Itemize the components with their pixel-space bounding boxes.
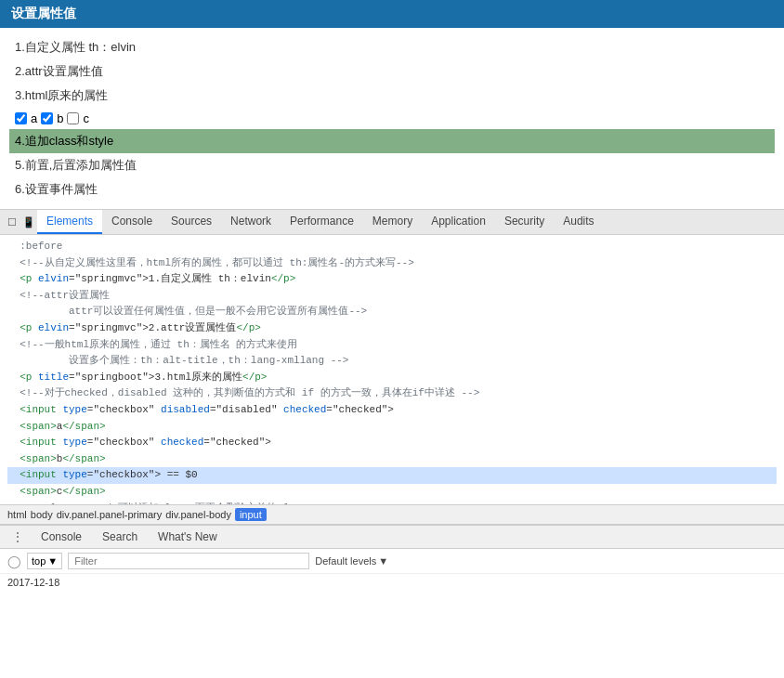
breadcrumb-panel[interactable]: div.panel.panel-primary (57, 509, 163, 520)
default-levels-select[interactable]: Default levels ▼ (315, 555, 388, 567)
console-output-text: 2017-12-18 (7, 577, 59, 588)
breadcrumb-active[interactable]: input (235, 508, 267, 521)
tab-sources[interactable]: Sources (162, 210, 221, 234)
code-view[interactable]: :before <!--从自定义属性这里看，html所有的属性，都可以通过 th… (0, 235, 784, 504)
breadcrumb: html body div.panel.panel-primary div.pa… (0, 504, 784, 525)
tab-security[interactable]: Security (495, 210, 554, 234)
page-header: 设置属性值 (0, 0, 784, 28)
breadcrumb-body[interactable]: body (31, 509, 53, 520)
code-line-highlighted: <input type="checkbox"> == $0 (7, 467, 777, 484)
tab-memory[interactable]: Memory (363, 210, 422, 234)
code-line: attr可以设置任何属性值，但是一般不会用它设置所有属性值--> (7, 304, 777, 320)
top-label: top (32, 555, 46, 567)
content-item-2: 2.attr设置属性值 (15, 59, 769, 84)
top-select[interactable]: top ▼ (27, 553, 62, 569)
checkbox-b-label: b (57, 111, 63, 125)
checkbox-c-label: c (83, 111, 89, 125)
breadcrumb-html[interactable]: html (7, 509, 27, 520)
code-line: <!--从自定义属性这里看，html所有的属性，都可以通过 th:属性名-的方式… (7, 255, 777, 272)
code-line: <!--attr设置属性 (7, 288, 777, 305)
tab-application[interactable]: Application (422, 210, 495, 234)
console-tab-whats-new[interactable]: What's New (150, 528, 225, 546)
code-line: <p elvin="springmvc">1.自定义属性 th：elvin</p… (7, 271, 777, 288)
code-line: :before (7, 239, 777, 255)
console-input-row: ◯ top ▼ Default levels ▼ (0, 548, 784, 573)
tab-network[interactable]: Network (221, 210, 281, 234)
console-output-row: 2017-12-18 (0, 573, 784, 591)
checkbox-b[interactable] (41, 112, 53, 124)
code-line: <p title="springboot">3.html原来的属性</p> (7, 370, 777, 386)
dot-menu-icon[interactable]: ⋮ (7, 528, 28, 546)
default-levels-chevron: ▼ (378, 555, 388, 567)
code-line: <!--对于checked，disabled 这种的，其判断值的方式和 if 的… (7, 385, 777, 402)
filter-input[interactable] (68, 553, 309, 569)
code-line: <input type="checkbox" checked="checked"… (7, 435, 777, 451)
console-tab-bar: ⋮ Console Search What's New (0, 525, 784, 548)
default-levels-label: Default levels (315, 555, 376, 567)
top-chevron: ▼ (47, 555, 58, 567)
checkbox-c[interactable] (67, 112, 79, 124)
device-icon[interactable]: 📱 (20, 214, 37, 230)
tab-performance[interactable]: Performance (281, 210, 363, 234)
code-line: <input type="checkbox" disabled="disable… (7, 402, 777, 419)
devtools-panel: ☐ 📱 Elements Console Sources Network Per… (0, 209, 784, 591)
main-content: 1.自定义属性 th：elvin 2.attr设置属性值 3.html原来的属性… (0, 28, 784, 209)
tab-audits[interactable]: Audits (554, 210, 603, 234)
content-item-4: 4.追加class和style (9, 129, 775, 153)
checkbox-a[interactable] (15, 112, 27, 124)
tab-elements[interactable]: Elements (37, 210, 102, 234)
breadcrumb-panel-body[interactable]: div.panel-body (165, 509, 231, 520)
page-title: 设置属性值 (11, 6, 76, 20)
content-item-1: 1.自定义属性 th：elvin (15, 35, 769, 59)
tab-console[interactable]: Console (102, 210, 162, 234)
content-item-5: 5.前置,后置添加属性值 (15, 153, 769, 177)
code-line: <p elvin="springmvc">2.attr设置属性值</p> (7, 320, 777, 337)
content-item-3: 3.html原来的属性 (15, 84, 769, 108)
inspect-icon[interactable]: ☐ (4, 214, 20, 230)
console-tab-console[interactable]: Console (33, 528, 89, 546)
code-line: 设置多个属性：th：alt-title，th：lang-xmllang --> (7, 353, 777, 370)
devtools-tab-bar: ☐ 📱 Elements Console Sources Network Per… (0, 210, 784, 235)
code-line: <span>c</span> (7, 484, 777, 501)
checkbox-a-label: a (31, 111, 37, 125)
checkbox-row: a b c (15, 108, 769, 129)
content-item-6: 6.设置事件属性 (15, 177, 769, 202)
code-line: <span>b</span> (7, 451, 777, 468)
console-tab-search[interactable]: Search (95, 528, 145, 546)
clock-icon: ◯ (7, 554, 21, 568)
code-line: <span>a</span> (7, 419, 777, 436)
code-line: <!--一般html原来的属性，通过 th：属性名 的方式来使用 (7, 337, 777, 354)
